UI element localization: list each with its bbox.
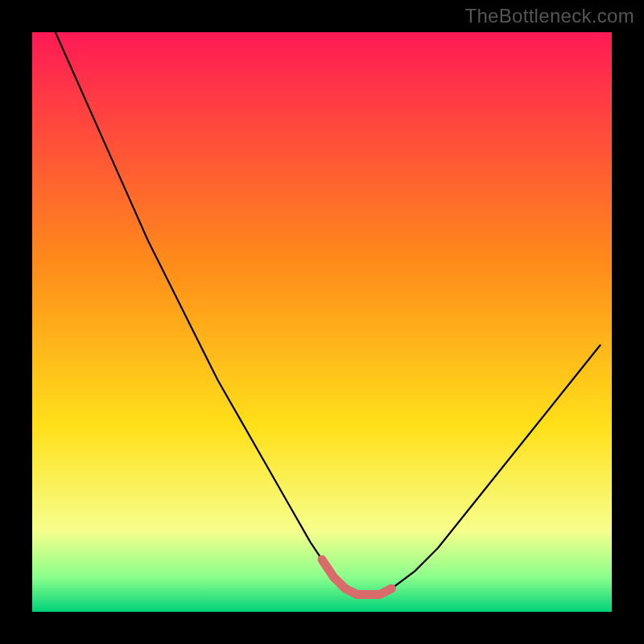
gradient-background [32,32,612,612]
chart-frame: TheBottleneck.com [0,0,644,644]
watermark-text: TheBottleneck.com [464,5,634,27]
bottleneck-chart [32,32,612,612]
plot-area [32,32,612,612]
